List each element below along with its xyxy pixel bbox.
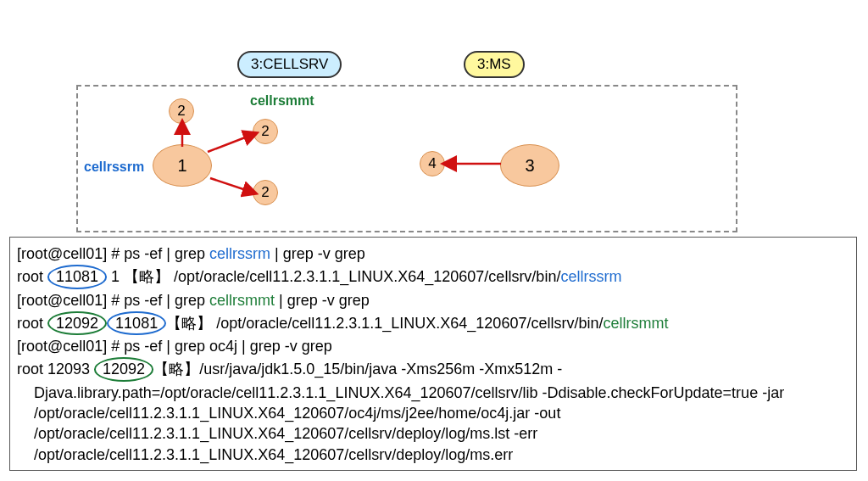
user-col: root (17, 315, 47, 332)
ppid-circled-blue: 11081 (107, 311, 166, 335)
terminal-line-prompt1: [root@cell01] # ps -ef | grep cellrssrm … (17, 243, 849, 264)
pid-circled-blue: 11081 (47, 265, 107, 288)
arrow-1-to-2b (208, 131, 255, 152)
rest-text: 【略】/usr/java/jdk1.5.0_15/bin/java -Xms25… (153, 361, 562, 378)
user-col: root (17, 268, 47, 285)
node-2a: 2 (169, 98, 194, 124)
pid-circled-green: 12092 (47, 311, 107, 335)
rest-text: 1 【略】 /opt/oracle/cell11.2.3.1.1_LINUX.X… (107, 268, 560, 285)
ppid-circled-green: 12092 (94, 357, 153, 381)
terminal-line-output1: root 11081 1 【略】 /opt/oracle/cell11.2.3.… (17, 265, 849, 288)
proc-name: cellrssrm (560, 268, 621, 285)
user-col: root 12093 (17, 361, 94, 378)
diagram-area: 3:CELLSRV 3:MS cellrssrm cellrsmmt 1 2 2… (0, 0, 868, 238)
prompt-text: [root@cell01] # ps -ef | grep oc4j | gre… (17, 338, 332, 355)
node-4: 4 (420, 151, 445, 176)
rest-text: 【略】 /opt/oracle/cell11.2.3.1.1_LINUX.X64… (166, 315, 603, 332)
label-cellrsmmt: cellrsmmt (250, 93, 314, 109)
grep-suffix: | grep -v grep (270, 245, 365, 262)
grep-term-cellrsmmt: cellrsmmt (209, 292, 275, 309)
terminal-line-output3-cont: Djava.library.path=/opt/oracle/cell11.2.… (17, 383, 849, 465)
badge-cellsrv: 3:CELLSRV (237, 51, 342, 78)
svg-line-5 (210, 178, 251, 192)
svg-line-3 (208, 135, 252, 152)
terminal-output: [root@cell01] # ps -ef | grep cellrssrm … (9, 237, 857, 471)
node-2b: 2 (253, 119, 278, 144)
arrow-3-to-4 (445, 161, 501, 166)
node-3: 3 (500, 144, 559, 187)
proc-name: cellrsmmt (603, 315, 668, 332)
prompt-text: [root@cell01] # ps -ef | grep (17, 292, 209, 309)
terminal-line-prompt2: [root@cell01] # ps -ef | grep cellrsmmt … (17, 290, 849, 310)
arrow-1-to-2c (210, 176, 254, 195)
arrow-1-to-2a (181, 123, 184, 147)
label-cellrssrm: cellrssrm (84, 159, 144, 175)
grep-suffix: | grep -v grep (275, 292, 370, 309)
prompt-text: [root@cell01] # ps -ef | grep (17, 245, 209, 262)
terminal-line-output2: root 1209211081【略】 /opt/oracle/cell11.2.… (17, 311, 849, 335)
terminal-line-output3: root 12093 12092【略】/usr/java/jdk1.5.0_15… (17, 357, 849, 381)
node-1: 1 (153, 144, 212, 187)
badge-ms: 3:MS (464, 51, 525, 78)
node-2c: 2 (253, 180, 278, 205)
grep-term-cellrssrm: cellrssrm (209, 245, 270, 262)
terminal-line-prompt3: [root@cell01] # ps -ef | grep oc4j | gre… (17, 336, 849, 356)
